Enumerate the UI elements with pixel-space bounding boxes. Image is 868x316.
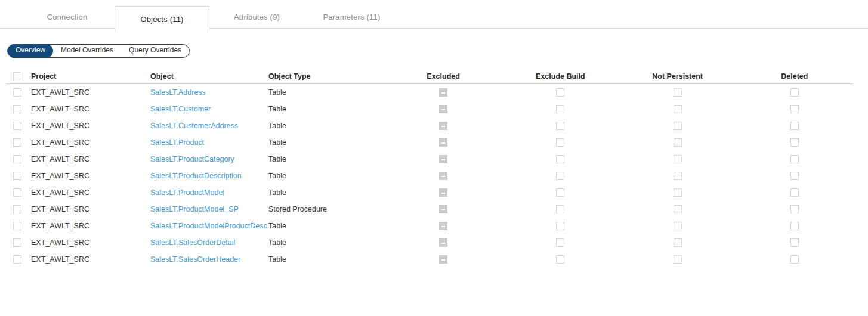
row-not-persistent-checkbox[interactable] <box>674 122 682 130</box>
row-object-type: Table <box>268 255 385 264</box>
row-deleted-checkbox[interactable] <box>790 88 799 97</box>
row-deleted-checkbox[interactable] <box>790 188 799 197</box>
row-exclude-build-checkbox[interactable] <box>556 188 564 197</box>
column-header-exclude-build: Exclude Build <box>502 72 619 80</box>
tab-bar: Connection Objects (11) Attributes (9) P… <box>0 6 868 29</box>
row-object-link[interactable]: SalesLT.Product <box>150 138 204 147</box>
table-header-row: Project Object Object Type Excluded Excl… <box>6 69 853 84</box>
row-deleted-checkbox[interactable] <box>790 105 799 113</box>
row-not-persistent-checkbox[interactable] <box>674 205 682 213</box>
segmented-control-wrap: Overview Model Overrides Query Overrides <box>7 44 868 58</box>
row-excluded-checkbox[interactable] <box>439 105 447 113</box>
row-deleted-checkbox[interactable] <box>790 122 799 130</box>
row-excluded-checkbox[interactable] <box>439 238 447 247</box>
row-not-persistent-checkbox[interactable] <box>674 255 682 264</box>
row-exclude-build-checkbox[interactable] <box>556 122 564 130</box>
row-deleted-checkbox[interactable] <box>790 172 799 180</box>
row-object-link[interactable]: SalesLT.CustomerAddress <box>150 122 238 130</box>
row-object-link[interactable]: SalesLT.ProductDescription <box>150 172 242 180</box>
column-header-project: Project <box>31 72 150 80</box>
row-not-persistent-checkbox[interactable] <box>674 88 682 97</box>
row-exclude-build-checkbox[interactable] <box>556 172 564 180</box>
row-object-type: Table <box>268 238 385 247</box>
row-not-persistent-checkbox[interactable] <box>674 188 682 197</box>
row-not-persistent-checkbox[interactable] <box>674 105 682 113</box>
row-excluded-checkbox[interactable] <box>439 188 447 197</box>
segment-model-overrides[interactable]: Model Overrides <box>53 44 121 58</box>
row-exclude-build-checkbox[interactable] <box>556 88 564 97</box>
row-select-checkbox[interactable] <box>13 222 21 230</box>
row-select-checkbox[interactable] <box>13 122 21 130</box>
row-excluded-checkbox[interactable] <box>439 155 447 163</box>
row-exclude-build-checkbox[interactable] <box>556 222 564 230</box>
row-object-type: Table <box>268 172 385 180</box>
row-excluded-checkbox[interactable] <box>439 88 447 97</box>
tab-parameters[interactable]: Parameters (11) <box>304 6 399 28</box>
row-project: EXT_AWLT_SRC <box>31 188 150 197</box>
table-row: EXT_AWLT_SRC SalesLT.ProductDescription … <box>6 168 853 184</box>
row-exclude-build-checkbox[interactable] <box>556 255 564 264</box>
row-project: EXT_AWLT_SRC <box>31 238 150 247</box>
row-exclude-build-checkbox[interactable] <box>556 205 564 213</box>
row-not-persistent-checkbox[interactable] <box>674 172 682 180</box>
row-excluded-checkbox[interactable] <box>439 255 447 264</box>
row-deleted-checkbox[interactable] <box>790 238 799 247</box>
row-not-persistent-checkbox[interactable] <box>674 155 682 163</box>
row-project: EXT_AWLT_SRC <box>31 205 150 213</box>
row-excluded-checkbox[interactable] <box>439 172 447 180</box>
row-object-link[interactable]: SalesLT.ProductModelProductDesc... <box>150 222 268 230</box>
row-select-checkbox[interactable] <box>13 138 21 147</box>
row-select-checkbox[interactable] <box>13 88 21 97</box>
row-excluded-checkbox[interactable] <box>439 138 447 147</box>
table-row: EXT_AWLT_SRC SalesLT.CustomerAddress Tab… <box>6 117 853 134</box>
objects-table: Project Object Object Type Excluded Excl… <box>6 69 853 268</box>
row-not-persistent-checkbox[interactable] <box>674 138 682 147</box>
table-row: EXT_AWLT_SRC SalesLT.Product Table <box>6 134 853 151</box>
row-excluded-checkbox[interactable] <box>439 222 447 230</box>
row-select-checkbox[interactable] <box>13 205 21 213</box>
row-select-checkbox[interactable] <box>13 172 21 180</box>
row-object-link[interactable]: SalesLT.ProductModel <box>150 188 224 197</box>
row-project: EXT_AWLT_SRC <box>31 172 150 180</box>
row-object-type: Table <box>268 105 385 113</box>
row-deleted-checkbox[interactable] <box>790 255 799 264</box>
select-all-checkbox[interactable] <box>13 72 21 80</box>
row-object-link[interactable]: SalesLT.SalesOrderDetail <box>150 238 235 247</box>
row-exclude-build-checkbox[interactable] <box>556 138 564 147</box>
row-select-checkbox[interactable] <box>13 105 21 113</box>
row-deleted-checkbox[interactable] <box>790 155 799 163</box>
row-exclude-build-checkbox[interactable] <box>556 155 564 163</box>
row-excluded-checkbox[interactable] <box>439 122 447 130</box>
row-exclude-build-checkbox[interactable] <box>556 105 564 113</box>
row-object-type: Table <box>268 155 385 163</box>
tab-connection[interactable]: Connection <box>20 6 115 28</box>
row-object-type: Stored Procedure <box>268 205 385 213</box>
row-deleted-checkbox[interactable] <box>790 222 799 230</box>
row-object-link[interactable]: SalesLT.ProductModel_SP <box>150 205 239 213</box>
row-object-link[interactable]: SalesLT.ProductCategory <box>150 155 234 163</box>
row-deleted-checkbox[interactable] <box>790 138 799 147</box>
row-project: EXT_AWLT_SRC <box>31 155 150 163</box>
row-select-checkbox[interactable] <box>13 238 21 247</box>
table-row: EXT_AWLT_SRC SalesLT.Address Table <box>6 84 853 101</box>
row-not-persistent-checkbox[interactable] <box>674 238 682 247</box>
tab-objects[interactable]: Objects (11) <box>115 6 209 32</box>
row-object-type: Table <box>268 122 385 130</box>
row-excluded-checkbox[interactable] <box>439 205 447 213</box>
row-object-link[interactable]: SalesLT.Customer <box>150 105 211 113</box>
segment-query-overrides[interactable]: Query Overrides <box>121 44 189 58</box>
segment-overview[interactable]: Overview <box>8 44 53 58</box>
row-deleted-checkbox[interactable] <box>790 205 799 213</box>
column-header-excluded: Excluded <box>385 72 502 80</box>
table-row: EXT_AWLT_SRC SalesLT.Customer Table <box>6 101 853 117</box>
row-select-checkbox[interactable] <box>13 188 21 197</box>
tab-attributes[interactable]: Attributes (9) <box>209 6 304 28</box>
row-object-link[interactable]: SalesLT.Address <box>150 88 206 97</box>
row-select-checkbox[interactable] <box>13 155 21 163</box>
row-exclude-build-checkbox[interactable] <box>556 238 564 247</box>
row-object-link[interactable]: SalesLT.SalesOrderHeader <box>150 255 240 264</box>
row-project: EXT_AWLT_SRC <box>31 105 150 113</box>
row-project: EXT_AWLT_SRC <box>31 222 150 230</box>
row-select-checkbox[interactable] <box>13 255 21 264</box>
row-not-persistent-checkbox[interactable] <box>674 222 682 230</box>
